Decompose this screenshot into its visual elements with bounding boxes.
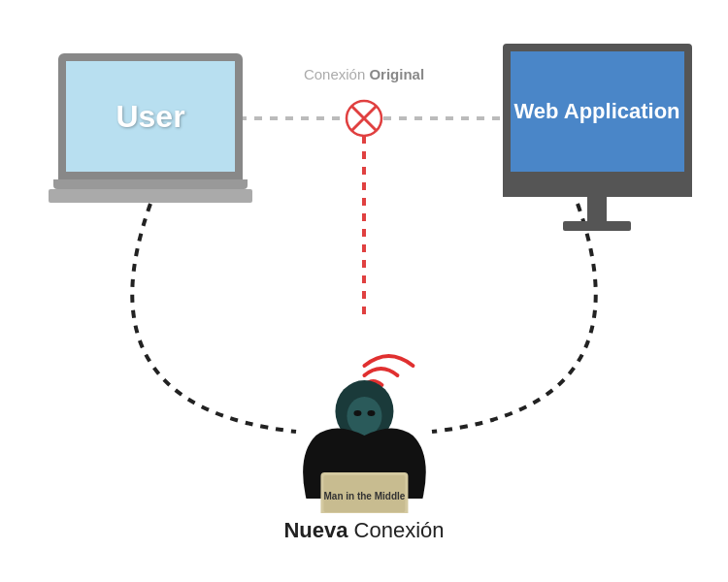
attacker-eye-left bbox=[353, 410, 361, 416]
laptop-hinge bbox=[53, 179, 248, 189]
curve-webapp-to-attacker bbox=[432, 204, 596, 432]
wifi-arc-outer bbox=[364, 356, 413, 366]
monitor-stand-base bbox=[563, 221, 631, 231]
attacker-label-normal: Conexión bbox=[347, 518, 444, 542]
attacker-container: Man in the Middle Nueva Conexión bbox=[283, 309, 444, 543]
attacker-label: Nueva Conexión bbox=[283, 518, 444, 543]
webapp-label: Web Application bbox=[513, 98, 679, 126]
monitor-bottom bbox=[503, 179, 692, 197]
attacker-label-bold: Nueva bbox=[283, 518, 347, 542]
user-screen: User bbox=[58, 53, 243, 179]
monitor-stand-neck bbox=[587, 197, 607, 221]
webapp-device: Web Application bbox=[500, 44, 694, 231]
attacker-laptop-text: Man in the Middle bbox=[323, 491, 405, 501]
laptop-base bbox=[49, 189, 252, 203]
curve-user-to-attacker bbox=[132, 204, 296, 432]
attacker-eye-right bbox=[367, 410, 375, 416]
attacker-figure-svg: Man in the Middle bbox=[286, 309, 442, 513]
user-label: User bbox=[116, 99, 184, 135]
attacker-face bbox=[347, 397, 381, 436]
user-device: User bbox=[53, 53, 248, 203]
wifi-arc-middle bbox=[364, 369, 397, 375]
diagram-canvas: Conexión Original User Web Application bbox=[0, 0, 728, 582]
webapp-screen: Web Application bbox=[503, 44, 692, 179]
